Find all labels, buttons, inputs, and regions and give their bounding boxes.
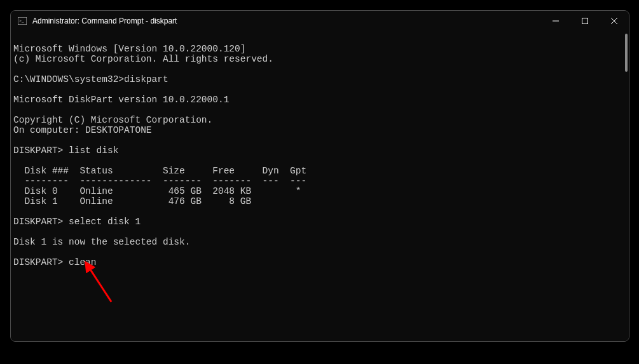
window-title: Administrator: Command Prompt - diskpart <box>32 17 541 25</box>
prompt-line: DISKPART> list disk <box>13 145 118 156</box>
table-row: Disk 1 Online 476 GB 8 GB <box>13 196 251 206</box>
table-divider: -------- ------------- ------- ------- -… <box>13 176 306 186</box>
scrollbar-thumb[interactable] <box>625 34 628 72</box>
prompt-line: DISKPART> select disk 1 <box>13 217 141 227</box>
output-line: Microsoft DiskPart version 10.0.22000.1 <box>13 95 229 105</box>
titlebar[interactable]: >_ Administrator: Command Prompt - diskp… <box>11 11 629 31</box>
terminal-output[interactable]: Microsoft Windows [Version 10.0.22000.12… <box>11 31 629 341</box>
output-line: Disk 1 is now the selected disk. <box>13 237 190 247</box>
output-line: Copyright (C) Microsoft Corporation. <box>13 115 212 125</box>
prompt-line: DISKPART> clean <box>13 257 97 267</box>
prompt-line: C:\WINDOWS\system32>diskpart <box>13 74 168 84</box>
app-icon: >_ <box>17 16 27 26</box>
window-controls <box>541 11 629 31</box>
maximize-button[interactable] <box>570 11 600 31</box>
output-line: Microsoft Windows [Version 10.0.22000.12… <box>13 44 245 54</box>
svg-text:>_: >_ <box>19 18 24 24</box>
table-row: Disk 0 Online 465 GB 2048 KB * <box>13 186 301 196</box>
output-line: (c) Microsoft Corporation. All rights re… <box>13 54 273 64</box>
command-prompt-window: >_ Administrator: Command Prompt - diskp… <box>10 10 629 342</box>
svg-rect-3 <box>582 18 588 24</box>
close-button[interactable] <box>600 11 629 31</box>
minimize-button[interactable] <box>541 11 570 31</box>
output-line: On computer: DESKTOPATONE <box>13 125 152 135</box>
table-header: Disk ### Status Size Free Dyn Gpt <box>13 166 306 176</box>
